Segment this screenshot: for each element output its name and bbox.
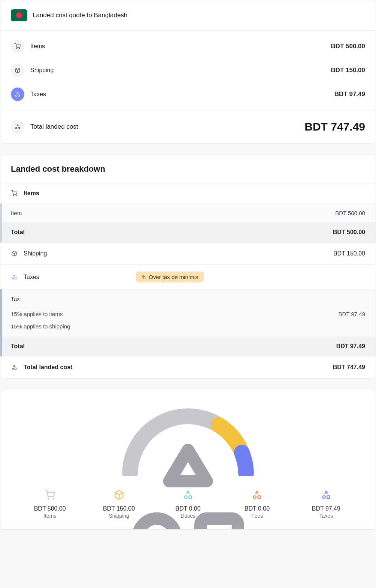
total-label: Total landed cost [30,123,78,131]
cart-icon [11,190,18,197]
breakdown-total-landed: Total landed cost BDT 747.49 [0,356,376,378]
subline-label: 15% applies to items [11,311,63,317]
svg-rect-6 [18,127,19,129]
summary-value: BDT 97.49 [334,91,365,98]
gauge-chart: BDT 747.49 Total landed cost [113,401,263,476]
summary-total-row: Total landed cost BDT 747.49 [0,110,376,143]
badge-text: Over tax de minimis [149,274,198,280]
shipping-value: BDT 150.00 [333,250,365,257]
legend-label: Taxes [292,513,361,519]
summary-label: Items [30,43,45,50]
svg-rect-25 [327,496,330,498]
svg-point-0 [16,48,17,49]
shipping-label: Shipping [24,250,47,257]
legend-items: BDT 500.00 Items [15,488,84,519]
legend-value: BDT 500.00 [15,505,84,512]
section-label: Items [24,190,39,197]
shapes-icon [11,120,24,134]
subline-value: BDT 97.49 [339,311,365,317]
total-landed-value: BDT 747.49 [333,364,365,371]
svg-point-18 [53,498,54,499]
subline-label: 15% applies to shipping [11,323,70,330]
breakdown-section-shipping: Shipping BDT 150.00 [0,242,376,264]
total-value: BDT 747.49 [304,120,365,133]
summary-row-items: Items BDT 500.00 [0,34,376,58]
svg-point-13 [12,368,14,369]
legend-value: BDT 97.49 [292,505,361,512]
total-value: BDT 97.49 [336,343,365,350]
gauge-center: BDT 747.49 Total landed cost [113,431,263,530]
svg-point-3 [16,95,17,96]
summary-label: Taxes [30,91,46,98]
svg-point-5 [16,127,17,129]
svg-point-17 [48,498,49,499]
box-icon [11,64,24,77]
total-value: BDT 500.00 [333,229,365,236]
summary-value: BDT 500.00 [331,43,365,50]
shapes-icon [11,274,18,281]
svg-point-1 [19,48,20,49]
legend-taxes: BDT 97.49 Taxes [292,488,361,519]
svg-rect-14 [15,368,16,369]
taxes-group: Tax 15% applies to items BDT 97.49 15% a… [0,289,376,356]
breakdown-card: Landed cost breakdown Items Item BDT 500… [0,154,376,379]
tax-line: Tax [2,289,376,308]
tax-subline-2: 15% applies to shipping [2,320,376,336]
de-minimis-badge: Over tax de minimis [136,272,204,282]
items-group: Item BDT 500.00 Total BDT 500.00 [0,203,376,242]
summary-row-taxes: Taxes BDT 97.49 [0,82,376,106]
flag-bangladesh-icon [11,9,27,21]
shapes-icon [11,364,18,371]
tax-total-row: Total BDT 97.49 [2,336,376,356]
summary-row-shipping: Shipping BDT 150.00 [0,58,376,82]
svg-point-7 [13,195,13,196]
shapes-icon [113,431,263,530]
svg-rect-11 [15,278,16,279]
item-value: BDT 500.00 [335,210,365,216]
item-label: Item [11,210,22,216]
gauge-card: BDT 747.49 Total landed cost BDT 500.00 … [0,389,376,530]
svg-point-24 [322,496,325,498]
card-title: Landed cost quote to Bangladesh [33,12,127,19]
total-label: Total [11,229,25,236]
card-header: Landed cost quote to Bangladesh [0,0,376,31]
cart-icon [11,40,24,53]
cart-icon [15,488,84,502]
breakdown-section-taxes: Taxes Over tax de minimis [0,264,376,289]
svg-point-15 [138,518,176,530]
arrow-up-icon [141,275,146,280]
quote-summary-card: Landed cost quote to Bangladesh Items BD… [0,0,376,144]
breakdown-section-items: Items [0,183,376,203]
svg-rect-4 [18,95,19,96]
breakdown-title: Landed cost breakdown [0,154,376,183]
tax-subline-1: 15% applies to items BDT 97.49 [2,308,376,320]
items-total-row: Total BDT 500.00 [2,222,376,242]
taxes-label: Taxes [24,274,39,281]
item-line: Item BDT 500.00 [2,203,376,222]
legend-label: Items [15,513,84,519]
box-icon [11,250,18,257]
total-landed-label: Total landed cost [24,364,72,371]
svg-rect-16 [200,518,238,530]
svg-point-8 [16,195,16,196]
total-label: Total [11,343,25,350]
shapes-icon [11,88,24,101]
tax-label: Tax [11,295,19,302]
summary-value: BDT 150.00 [331,67,365,74]
shapes-icon [292,488,361,502]
summary-label: Shipping [30,67,54,74]
summary-rows: Items BDT 500.00 Shipping BDT 150.00 Tax… [0,31,376,110]
svg-point-10 [12,278,14,279]
